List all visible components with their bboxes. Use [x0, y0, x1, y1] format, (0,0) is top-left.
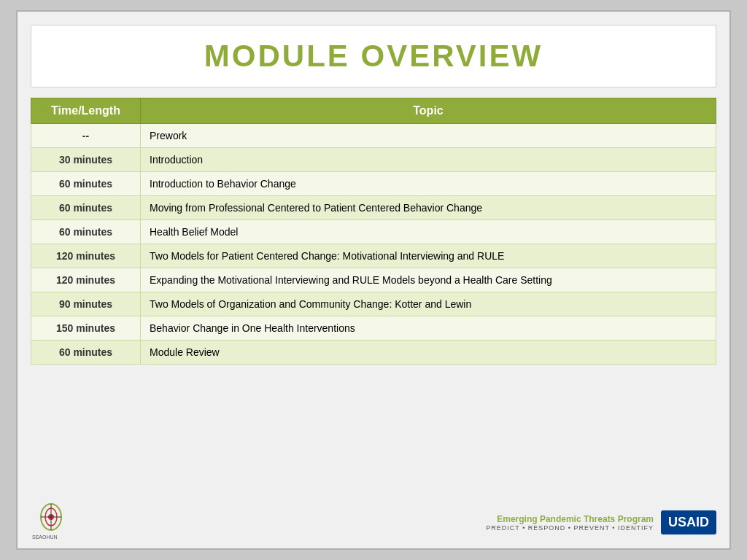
usaid-badge: USAID — [661, 510, 716, 534]
table-row: 150 minutesBehavior Change in One Health… — [31, 316, 716, 341]
logo-right: Emerging Pandemic Threats Program PREDIC… — [486, 510, 716, 534]
cell-time: 120 minutes — [31, 268, 141, 292]
cell-topic: Prework — [141, 124, 716, 148]
cell-topic: Moving from Professional Centered to Pat… — [141, 196, 716, 220]
cell-time: 120 minutes — [31, 244, 141, 268]
table-row: 30 minutesIntroduction — [31, 148, 716, 172]
cell-topic: Expanding the Motivational Interviewing … — [141, 268, 716, 292]
program-subtitle: PREDICT • RESPOND • PREVENT • IDENTIFY — [486, 524, 654, 532]
table-row: --Prework — [31, 124, 716, 148]
seaohun-logo-icon: SEAOHUN — [31, 502, 74, 542]
cell-time: 60 minutes — [31, 196, 141, 220]
svg-text:SEAOHUN: SEAOHUN — [32, 534, 58, 540]
cell-time: 150 minutes — [31, 316, 141, 341]
cell-time: 60 minutes — [31, 172, 141, 196]
table-row: 120 minutesTwo Models for Patient Center… — [31, 244, 716, 268]
title-box: MODULE OVERVIEW — [31, 25, 716, 88]
col-header-topic: Topic — [141, 98, 716, 124]
cell-time: 60 minutes — [31, 220, 141, 244]
slide: MODULE OVERVIEW Time/Length Topic --Prew… — [16, 10, 731, 550]
table-row: 60 minutesModule Review — [31, 341, 716, 365]
cell-time: 60 minutes — [31, 341, 141, 365]
cell-topic: Health Belief Model — [141, 220, 716, 244]
table-row: 90 minutesTwo Models of Organization and… — [31, 292, 716, 316]
emerging-pandemic-info: Emerging Pandemic Threats Program PREDIC… — [486, 514, 654, 532]
footer: SEAOHUN Emerging Pandemic Threats Progra… — [18, 497, 729, 548]
table-row: 60 minutesIntroduction to Behavior Chang… — [31, 172, 716, 196]
overview-table-container: Time/Length Topic --Prework30 minutesInt… — [31, 98, 716, 497]
cell-topic: Two Models of Organization and Community… — [141, 292, 716, 316]
col-header-time: Time/Length — [31, 98, 141, 124]
slide-title: MODULE OVERVIEW — [46, 39, 701, 74]
table-row: 60 minutesHealth Belief Model — [31, 220, 716, 244]
table-row: 120 minutesExpanding the Motivational In… — [31, 268, 716, 292]
cell-topic: Behavior Change in One Health Interventi… — [141, 316, 716, 341]
cell-time: 30 minutes — [31, 148, 141, 172]
table-row: 60 minutesMoving from Professional Cente… — [31, 196, 716, 220]
cell-topic: Introduction to Behavior Change — [141, 172, 716, 196]
cell-topic: Introduction — [141, 148, 716, 172]
cell-time: 90 minutes — [31, 292, 141, 316]
overview-table: Time/Length Topic --Prework30 minutesInt… — [31, 98, 716, 365]
cell-topic: Two Models for Patient Centered Change: … — [141, 244, 716, 268]
program-title: Emerging Pandemic Threats Program — [486, 514, 654, 524]
cell-time: -- — [31, 124, 141, 148]
cell-topic: Module Review — [141, 341, 716, 365]
logo-left: SEAOHUN — [31, 502, 74, 542]
